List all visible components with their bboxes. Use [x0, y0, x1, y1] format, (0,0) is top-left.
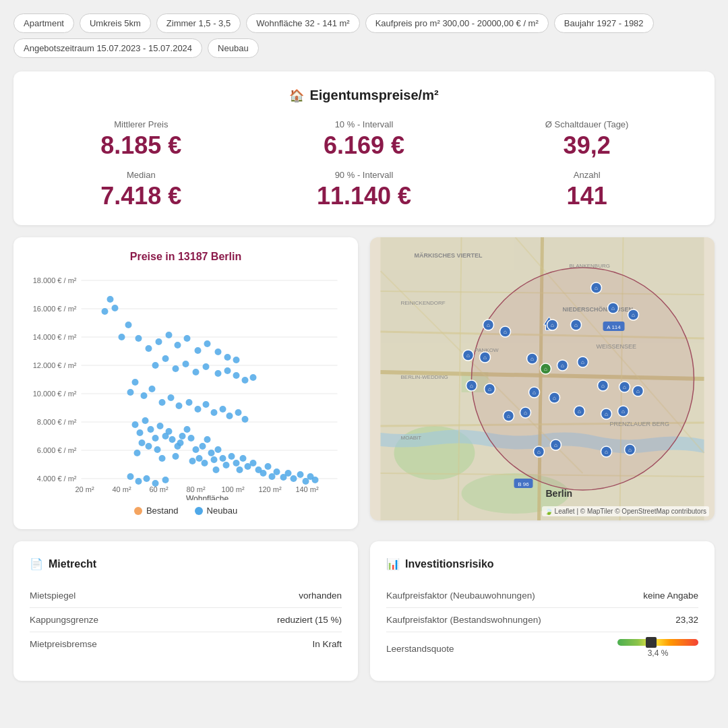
- stat-value: 141: [475, 183, 698, 210]
- svg-point-77: [149, 386, 156, 392]
- svg-text:BLANKENBURG: BLANKENBURG: [570, 263, 610, 269]
- svg-text:NIEDERSCHÖNHAUSEN: NIEDERSCHÖNHAUSEN: [563, 306, 634, 313]
- svg-point-82: [195, 406, 202, 413]
- mietrecht-icon: 📄: [30, 557, 43, 570]
- svg-point-100: [102, 308, 109, 315]
- svg-text:⌂: ⌂: [504, 329, 507, 335]
- stat-label: Mittlerer Preis: [30, 119, 253, 129]
- svg-text:⌂: ⌂: [595, 285, 598, 291]
- stat-label: 90 % - Intervall: [253, 170, 476, 180]
- svg-point-112: [204, 340, 211, 347]
- stat-label: Ø Schaltdauer (Tage): [475, 119, 698, 129]
- stat-item: Ø Schaltdauer (Tage) 39,2: [475, 119, 698, 159]
- svg-point-58: [237, 466, 243, 473]
- svg-point-86: [226, 413, 233, 419]
- svg-text:⌂: ⌂: [632, 312, 635, 318]
- svg-point-98: [242, 377, 249, 384]
- svg-point-120: [162, 477, 169, 483]
- investitionsrisiko-icon: 📊: [386, 557, 400, 570]
- svg-text:12.000 € / m²: 12.000 € / m²: [33, 361, 77, 369]
- tags-row: ApartmentUmkreis 5kmZimmer 1,5 - 3,5Wohn…: [13, 13, 715, 58]
- svg-point-115: [233, 357, 240, 363]
- svg-text:MOABIT: MOABIT: [401, 435, 422, 441]
- mietrecht-row: Mietpreisbremse In Kraft: [30, 632, 342, 656]
- stat-label: Median: [30, 170, 253, 180]
- svg-point-59: [240, 455, 247, 462]
- svg-point-81: [186, 399, 193, 406]
- svg-text:⌂: ⌂: [574, 322, 578, 328]
- svg-point-97: [233, 372, 240, 379]
- svg-point-50: [202, 460, 208, 466]
- svg-point-46: [189, 458, 196, 464]
- investitionsrisiko-card: 📊 Investitionsrisiko Kaufpreisfaktor (Ne…: [370, 541, 715, 681]
- svg-text:120 m²: 120 m²: [258, 485, 282, 493]
- svg-point-101: [107, 296, 114, 303]
- investitionsrisiko-row: Kaufpreisfaktor (Neubauwohnungen) keine …: [386, 584, 698, 608]
- svg-point-41: [173, 453, 179, 460]
- svg-point-105: [135, 335, 142, 342]
- svg-text:⌂: ⌂: [636, 388, 640, 394]
- svg-point-29: [134, 450, 141, 456]
- tag: Umkreis 5km: [80, 13, 151, 33]
- svg-text:⌂: ⌂: [470, 383, 473, 389]
- svg-text:⌂: ⌂: [553, 395, 556, 401]
- eigentumspreise-title: Eigentumspreise/m²: [309, 88, 438, 103]
- tag: Angebotszeitraum 15.07.2023 - 15.07.2024: [13, 38, 202, 58]
- investitionsrisiko-row-label: Leerstandsquote: [386, 644, 454, 654]
- svg-point-79: [168, 394, 175, 401]
- svg-text:⌂: ⌂: [466, 353, 470, 359]
- svg-text:⌂: ⌂: [530, 356, 534, 362]
- svg-point-111: [195, 347, 202, 354]
- chart-legend: Bestand Neubau: [27, 506, 344, 516]
- mietrecht-row: Mietspiegel vorhanden: [30, 584, 342, 608]
- svg-point-70: [297, 471, 304, 478]
- svg-point-85: [220, 406, 226, 413]
- svg-point-32: [157, 423, 164, 429]
- svg-point-96: [224, 367, 231, 374]
- svg-text:10.000 € / m²: 10.000 € / m²: [33, 390, 77, 398]
- svg-point-44: [193, 446, 200, 453]
- chart-area: 18.000 € / m² 16.000 € / m² 14.000 € / m…: [27, 271, 344, 500]
- svg-text:16.000 € / m²: 16.000 € / m²: [33, 305, 77, 313]
- svg-text:⌂: ⌂: [578, 408, 581, 415]
- svg-point-99: [250, 374, 257, 381]
- mietrecht-row-label: Mietspiegel: [30, 590, 75, 601]
- map-inner: MÄRKISCHES VIERTEL BLANKENBURG REINICKEN…: [370, 237, 715, 520]
- eigentumspreise-icon: 🏠: [289, 88, 304, 103]
- svg-point-102: [112, 305, 119, 311]
- svg-point-75: [132, 379, 139, 386]
- svg-point-42: [177, 439, 184, 446]
- svg-point-95: [215, 370, 222, 377]
- svg-point-30: [146, 443, 152, 450]
- svg-text:⌂: ⌂: [507, 413, 510, 419]
- chart-card: Preise in 13187 Berlin 18.000 € / m² 16.…: [13, 237, 358, 529]
- tag: Neubau: [208, 38, 259, 58]
- investitionsrisiko-row: Kaufpreisfaktor (Bestandswohnungen) 23,3…: [386, 608, 698, 632]
- svg-point-80: [176, 402, 183, 409]
- mietrecht-row: Kappungsgrenze reduziert (15 %): [30, 608, 342, 632]
- mietrecht-row-value: reduziert (15 %): [277, 615, 342, 625]
- legend-bestand: Bestand: [134, 506, 179, 516]
- svg-text:⌂: ⌂: [551, 322, 554, 328]
- svg-point-88: [242, 416, 249, 423]
- svg-point-49: [208, 450, 215, 456]
- svg-point-48: [204, 436, 211, 443]
- svg-point-28: [139, 439, 146, 446]
- svg-text:⌂: ⌂: [601, 383, 605, 389]
- map-card: MÄRKISCHES VIERTEL BLANKENBURG REINICKEN…: [370, 237, 715, 520]
- svg-text:60 m²: 60 m²: [149, 485, 168, 493]
- svg-text:4.000 € / m²: 4.000 € / m²: [37, 475, 77, 483]
- svg-point-40: [184, 426, 191, 433]
- svg-point-93: [193, 369, 200, 375]
- investitionsrisiko-row-value: keine Angabe: [643, 590, 698, 601]
- investitionsrisiko-row-value: 23,32: [675, 615, 698, 625]
- stat-item: 10 % - Intervall 6.169 €: [253, 119, 476, 159]
- mietrecht-row-label: Kappungsgrenze: [30, 615, 98, 625]
- bestand-label: Bestand: [146, 506, 179, 516]
- map-attribution: 🍃 Leaflet | © MapTiler © OpenStreetMap c…: [542, 506, 709, 516]
- svg-text:⌂: ⌂: [483, 355, 487, 361]
- risk-indicator: [646, 637, 657, 648]
- svg-text:14.000 € / m²: 14.000 € / m²: [33, 333, 77, 341]
- svg-text:⌂: ⌂: [537, 449, 541, 455]
- svg-point-52: [215, 446, 222, 453]
